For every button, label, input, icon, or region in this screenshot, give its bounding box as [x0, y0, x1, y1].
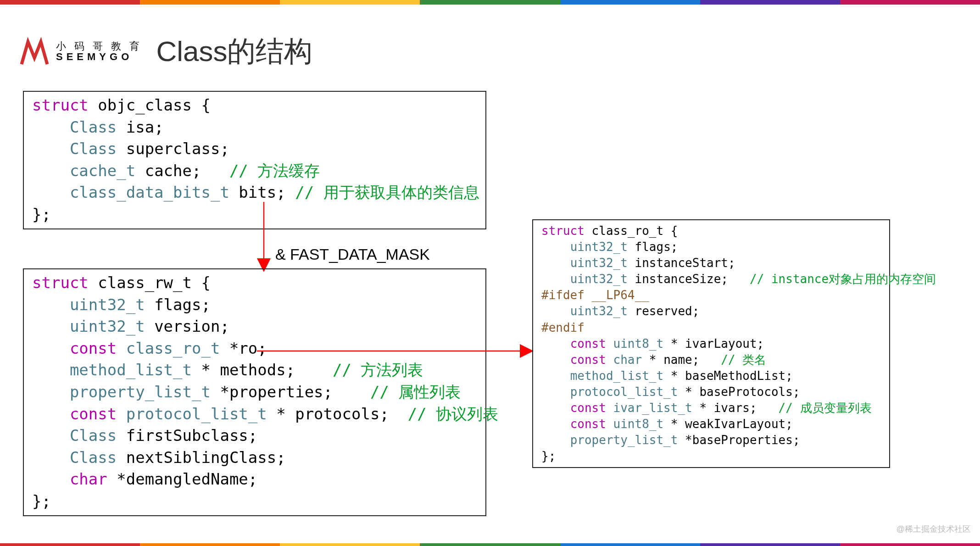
code-box-objc-class: struct objc_class { Class isa; Class sup… — [23, 91, 486, 229]
slide-title: Class的结构 — [156, 32, 312, 71]
brand-cn: 小 码 哥 教 育 — [56, 41, 142, 51]
code-box-class-ro-t: struct class_ro_t { uint32_t flags; uint… — [532, 219, 890, 468]
brand-en: SEEMYGO — [56, 51, 142, 62]
watermark: @稀土掘金技术社区 — [896, 524, 971, 535]
code-box-class-rw-t: struct class_rw_t { uint32_t flags; uint… — [23, 268, 486, 516]
mask-label: & FAST_DATA_MASK — [275, 245, 430, 263]
top-rainbow-bar — [0, 0, 980, 5]
logo-icon — [18, 35, 50, 67]
bottom-rainbow-bar — [0, 543, 980, 546]
brand-logo: 小 码 哥 教 育 SEEMYGO — [18, 35, 142, 67]
slide-header: 小 码 哥 教 育 SEEMYGO Class的结构 — [18, 32, 312, 71]
